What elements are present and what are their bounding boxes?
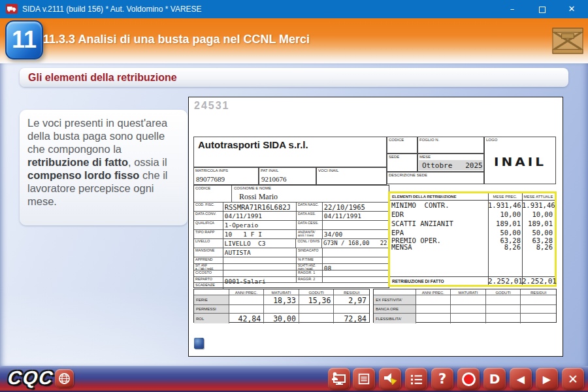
monitor-person-icon xyxy=(331,372,347,386)
note-panel: Le voci presenti in quest'area della bus… xyxy=(20,110,188,225)
content-area: Gli elementi della retribuzione Le voci … xyxy=(0,63,588,366)
crate-glyph xyxy=(552,26,583,55)
arrow-right-icon: ▶ xyxy=(543,373,551,385)
record-button[interactable] xyxy=(457,368,480,390)
elements-total-row: RETRIBUZIONE DI FATTO 2.252,01 2.252,01 xyxy=(390,276,555,285)
payslip-employee-row: MANSIONE AUTISTA SINDACATO xyxy=(194,248,389,257)
payslip-employee-row: SCADENZE xyxy=(194,283,389,289)
payslip-employee-row: CODICE COGNOME E NOME Rossi Mario xyxy=(194,186,389,203)
close-button[interactable]: ✕ xyxy=(561,0,583,18)
leave-row: PERMESSI xyxy=(194,305,369,314)
minimize-button[interactable]: – xyxy=(501,0,523,18)
payslip-employee-row: COD. FISC. RSSMRA71R16L682J DATA NASC. 2… xyxy=(194,203,389,212)
titlebar[interactable]: SIDA v.2111 (build 156) * Aut. Voldomino… xyxy=(0,0,588,18)
note-text-segment: , ossia il xyxy=(128,156,167,168)
note-bold-segment: compenso lordo fisso xyxy=(27,169,139,181)
payslip-month-value: Ottobre 2025 xyxy=(419,160,483,171)
payslip-image: 24531 Autotrasporti SIDA s.r.l. MATRICOL… xyxy=(188,97,563,357)
company-name: Autotrasporti SIDA s.r.l. xyxy=(194,137,386,152)
payslip-field-foglio: FOGLIO N. xyxy=(417,137,484,154)
inail-logo: INAIL xyxy=(485,155,555,169)
crate-icon[interactable] xyxy=(552,26,583,55)
elements-row: SCATTI ANZIANIT 189,01 189,01 xyxy=(390,220,555,227)
hours-row: BANCA ORE xyxy=(374,305,556,314)
stamp-icon xyxy=(194,338,204,349)
elements-row: EPA 50,00 50,00 xyxy=(390,229,555,237)
payslip-field-voci-inail: VOCI INAIL xyxy=(316,167,387,185)
section-title-bar: Gli elementi della retribuzione xyxy=(20,68,568,87)
payslip-field-descrizione-sede: DESCRIZIONE SEDE xyxy=(387,172,484,184)
arrow-left-icon: ◀ xyxy=(517,373,525,385)
app-window: SIDA v.2111 (build 156) * Aut. Voldomino… xyxy=(0,0,588,392)
help-button[interactable]: ? xyxy=(431,368,453,390)
leave-header-row: ANNI PREC. MATURATI GODUTI RESIDUI xyxy=(194,289,369,295)
payslip-employee-row: QUALIFICA 1-Operaio DATA CESS. xyxy=(194,221,389,230)
chapter-badge: 11 xyxy=(5,20,43,59)
presentation-button[interactable] xyxy=(328,368,350,390)
payslip-company-cell: Autotrasporti SIDA s.r.l. xyxy=(193,137,387,167)
maximize-icon xyxy=(539,7,546,13)
elements-row: MINIMO CONTR. 1.931,46 1.931,46 xyxy=(390,201,555,209)
truck-icon xyxy=(6,4,18,14)
payslip-field-sede: SEDE xyxy=(387,154,417,172)
payslip-employee-row: DATA CONV. 04/11/1991 DATA ASS. 04/11/19… xyxy=(194,212,389,221)
audio-button[interactable] xyxy=(379,368,401,390)
record-circle-icon xyxy=(464,374,474,384)
elements-row: EDR 10,00 10,00 xyxy=(390,210,555,218)
question-mark-icon: ? xyxy=(438,371,446,387)
payslip-employee-row: C/COSTO RAGGR. 1 xyxy=(194,270,389,277)
globe-icon xyxy=(57,372,71,385)
payslip-employee-row: APPREND % P.TIME xyxy=(194,257,389,264)
payslip-elements-highlight: ELEMENTI DELLA RETRIBUZIONE MESE PREC. M… xyxy=(388,191,557,287)
list-icon xyxy=(410,373,423,385)
note-text-segment: Le voci presenti in quest'area della bus… xyxy=(27,117,167,155)
employee-name: Rossi Mario xyxy=(234,190,387,202)
exit-button[interactable]: ✕ xyxy=(562,368,584,390)
lesson-title: 11.3.3 Analisi di una busta paga nel CCN… xyxy=(43,18,310,60)
next-button[interactable]: ▶ xyxy=(536,368,558,390)
close-x-icon: ✕ xyxy=(568,372,578,386)
payslip-field-logo: LOGO INAIL xyxy=(484,137,556,184)
payslip-employee-row: SIT. ANF a. / lab / redd. SCATTI ANZ. nu… xyxy=(194,264,389,270)
window-title: SIDA v.2111 (build 156) * Aut. Voldomino… xyxy=(22,0,202,18)
index-list-button[interactable] xyxy=(405,368,427,390)
payslip-field-codice: CODICE xyxy=(387,137,417,154)
lesson-header: 11 11.3.3 Analisi di una busta paga nel … xyxy=(0,18,588,63)
payslip-employee-table: CODICE COGNOME E NOME Rossi Mario COD. F… xyxy=(193,185,389,288)
globe-button[interactable] xyxy=(55,369,74,388)
letter-d-icon: D xyxy=(489,371,500,387)
leave-row: ROL 42,84 30,00 72,84 xyxy=(194,314,369,323)
payslip-employee-row: TIPO RAPP 10 1 F I ANZIANITA' anni / mes… xyxy=(194,230,389,239)
bottom-toolbar: CQC xyxy=(0,366,588,392)
hours-row: FLESSIBILITA' xyxy=(374,314,556,323)
payslip-employee-row: REPARTO 0001-Salari RAGGR. 2 xyxy=(194,277,389,283)
note-bold-segment: retribuzione di fatto xyxy=(27,156,128,168)
section-title: Gli elementi della retribuzione xyxy=(28,72,177,84)
previous-button[interactable]: ◀ xyxy=(510,368,532,390)
payslip-field-mese: MESE Ottobre 2025 xyxy=(417,154,484,172)
payslip-hours-table: ANNI PREC. MATURATI GODUTI RESIDUI EX FE… xyxy=(373,289,557,323)
cqc-logo: CQC xyxy=(7,367,55,389)
maximize-button[interactable] xyxy=(531,0,553,18)
leave-row: FERIE 18,33 15,36 2,97 xyxy=(194,295,369,305)
elements-header-row: ELEMENTI DELLA RETRIBUZIONE MESE PREC. M… xyxy=(390,193,555,201)
hours-row: EX FESTIVITA' xyxy=(374,295,556,305)
speaker-icon xyxy=(382,372,398,386)
text-page-button[interactable] xyxy=(353,368,375,390)
payslip-doc-number: 24531 xyxy=(194,100,230,112)
text-page-icon xyxy=(357,372,370,385)
payslip-leave-table: ANNI PREC. MATURATI GODUTI RESIDUI FERIE… xyxy=(193,289,370,323)
dictionary-button[interactable]: D xyxy=(483,368,506,390)
payslip-employee-row: LIVELLO LIVELLO C3 CCNL / DIVIS G73N / 1… xyxy=(194,239,389,248)
elements-row: MENSA 8,26 8,26 xyxy=(390,243,555,251)
hours-header-row: ANNI PREC. MATURATI GODUTI RESIDUI xyxy=(374,289,556,295)
payslip-field-pat-inail: PAT INAIL 9210676 xyxy=(259,167,316,185)
truck-glyph xyxy=(7,5,16,12)
payslip-field-matricola: MATRICOLA INPS 89077689 xyxy=(193,167,259,185)
